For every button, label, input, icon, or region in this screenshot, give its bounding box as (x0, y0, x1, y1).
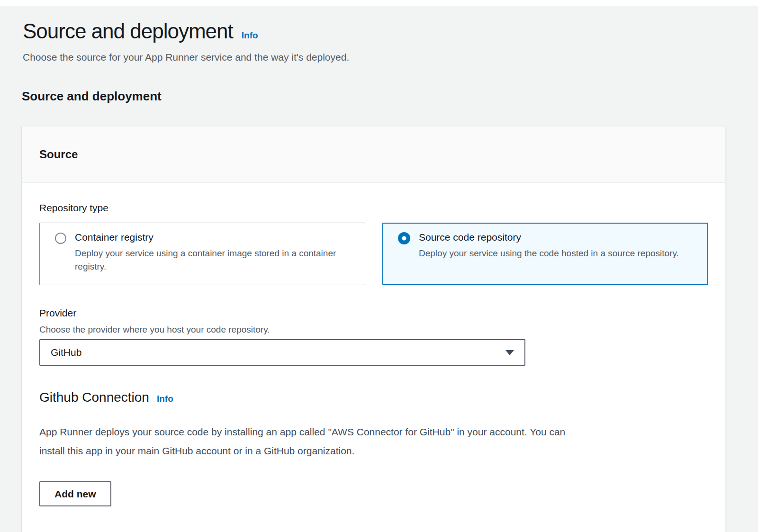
page-header: Source and deployment Info (23, 19, 736, 44)
source-and-deployment-page: Source and deployment Info Choose the so… (0, 6, 758, 532)
repository-type-label: Repository type (39, 202, 708, 214)
provider-description: Choose the provider where you host your … (39, 324, 708, 335)
paragraph-line: install this app in your main GitHub acc… (39, 442, 708, 460)
github-connection-info-link[interactable]: Info (157, 394, 173, 404)
tile-container-registry-description: Deploy your service using a container im… (75, 247, 353, 273)
source-card: Source Repository type Container registr… (22, 126, 726, 532)
tile-text: Container registry Deploy your service u… (75, 231, 353, 273)
provider-select-value: GitHub (51, 347, 81, 358)
page-subtitle: Choose the source for your App Runner se… (23, 51, 736, 63)
provider-label: Provider (39, 307, 708, 319)
page-title: Source and deployment (23, 19, 233, 44)
github-connection-header: Github Connection Info (39, 389, 708, 406)
radio-unselected-icon[interactable] (55, 233, 66, 244)
provider-field: Provider Choose the provider where you h… (39, 307, 708, 366)
tile-container-registry-label: Container registry (75, 231, 353, 243)
provider-select[interactable]: GitHub (39, 339, 525, 366)
radio-selected-icon[interactable] (398, 232, 410, 244)
source-card-title: Source (39, 147, 708, 162)
paragraph-line: App Runner deploys your source code by i… (39, 423, 708, 442)
tile-source-code-repository[interactable]: Source code repository Deploy your servi… (382, 223, 708, 285)
source-card-header: Source (22, 126, 725, 183)
source-card-body: Repository type Container registry Deplo… (22, 183, 725, 532)
tile-text: Source code repository Deploy your servi… (419, 231, 679, 260)
tile-source-code-repository-label: Source code repository (419, 231, 679, 243)
section-heading: Source and deployment (22, 89, 736, 103)
tile-source-code-repository-description: Deploy your service using the code hoste… (419, 247, 679, 260)
tile-container-registry[interactable]: Container registry Deploy your service u… (39, 223, 365, 285)
page-title-info-link[interactable]: Info (242, 30, 258, 41)
top-white-strip (0, 0, 758, 6)
caret-down-icon (505, 350, 514, 355)
github-connection-paragraph: App Runner deploys your source code by i… (39, 423, 708, 460)
add-new-button[interactable]: Add new (39, 481, 111, 506)
github-connection-heading: Github Connection (39, 389, 149, 406)
repository-type-tiles: Container registry Deploy your service u… (39, 223, 708, 285)
